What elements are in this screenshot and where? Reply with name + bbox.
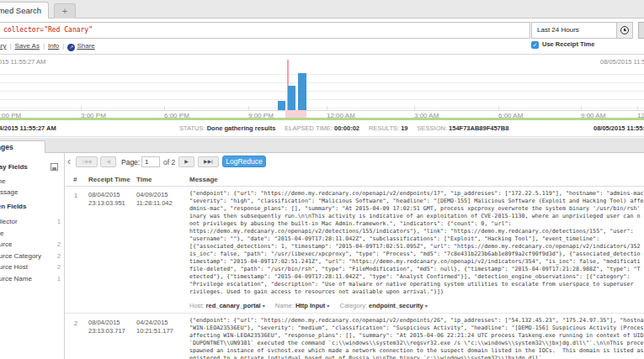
use-receipt-time-checkbox[interactable]: ✓ <box>531 41 539 49</box>
message-line: timestamp": "2015-04-09T17:02:51.241Z", … <box>189 258 644 266</box>
library-link[interactable]: Library <box>0 42 6 50</box>
axis-tick <box>81 106 82 111</box>
axis-tick <box>164 106 165 111</box>
histogram-end-time: 08/05/2015 11:55:27 AM <box>600 58 644 66</box>
status-start-time: 08/04/2015 11:55:27 AM <box>0 124 56 132</box>
message-text: {"endpoint": {"url": "https://demo.my.re… <box>189 190 644 296</box>
hidden-field-item[interactable]: Source <box>0 240 12 248</box>
message-line: {"endpoint": {"url": "https://demo.my.re… <box>189 190 644 198</box>
results-histogram: 08/04/2015 11:55:27 AM 08/05/2015 11:55:… <box>0 55 644 118</box>
host-value[interactable]: red_canary_portal <box>206 302 261 309</box>
axis-tick <box>637 106 638 111</box>
message-line: etected"}, {"timestamp": "2015-04-09T17:… <box>189 273 644 281</box>
clock-glyph <box>620 26 629 34</box>
status-end-time: 08/05/2015 11:55:27 AM <box>593 124 644 132</box>
message-line: file-deleted", "path": "/usr/bin/rsh", "… <box>189 266 644 273</box>
gridline <box>0 74 644 75</box>
host-label: Host: <box>189 302 205 309</box>
prev-page-button[interactable]: ◀ <box>100 156 116 167</box>
save-as-link[interactable]: Save As <box>15 42 40 50</box>
tab-unnamed-search[interactable]: Unnamed Search <box>0 2 49 18</box>
name-label: Name: <box>275 302 294 309</box>
save-fields-icon[interactable] <box>51 163 58 171</box>
search-query-input[interactable]: collector="Red Canary" <box>0 22 530 39</box>
field-count: 1 <box>57 219 61 224</box>
status-label: STATUS: <box>179 124 207 132</box>
status-label: SESSION: <box>418 124 450 132</box>
row-number: 2 <box>74 319 77 327</box>
display-fields-header: Display Fields <box>0 163 28 171</box>
next-page-button[interactable]: ▶ <box>178 156 194 167</box>
receipt-time-cell: 08/04/2015 23:13:03.951 <box>88 191 125 208</box>
tab-bar: Unnamed Search + <box>0 0 644 18</box>
hidden-fields-header: Hidden Fields <box>0 203 26 210</box>
hidden-field-item[interactable]: Source Category <box>0 252 41 260</box>
time-range-value: Last 24 Hours <box>537 23 579 38</box>
collapse-sidebar-button[interactable]: ‹ <box>67 156 71 167</box>
dropdown-caret-icon[interactable]: ▾ <box>327 304 329 309</box>
message-line: "Privilege escalation", "description": "… <box>189 281 644 288</box>
start-button-partial[interactable] <box>638 22 644 39</box>
share-icon[interactable]: ↗ <box>67 44 75 51</box>
clock-icon[interactable] <box>616 23 632 38</box>
action-links: Library|Save As|Info|↗Share <box>0 42 95 51</box>
page-number-input[interactable] <box>141 156 160 167</box>
hidden-field-item[interactable]: Source Name <box>0 275 32 282</box>
status-bar: 08/04/2015 11:55:27 AM STATUS: Done gath… <box>0 120 644 137</box>
link-separator: | <box>9 42 11 50</box>
link-separator: | <box>43 42 45 50</box>
hidden-field-item[interactable]: Source Host <box>0 263 28 271</box>
histogram-bar <box>278 101 285 110</box>
dropdown-caret-icon[interactable]: ▾ <box>425 304 428 309</box>
first-page-button[interactable]: |◀◀ <box>76 156 98 167</box>
query-text: collector="Red Canary" <box>3 23 93 38</box>
row-number: 1 <box>74 192 77 199</box>
gridline <box>0 99 644 100</box>
display-field-item[interactable]: Message <box>0 188 18 196</box>
time-range-select[interactable]: Last 24 Hours <box>531 22 633 39</box>
name-value[interactable]: Http Input <box>295 302 325 309</box>
status-value: 19 <box>401 124 407 132</box>
share-link[interactable]: Share <box>77 42 94 50</box>
field-count: 1 <box>57 276 61 282</box>
gridline <box>0 82 644 83</box>
use-receipt-time-label: Use Receipt Time <box>542 40 594 48</box>
logreduce-button[interactable]: LogReduce <box>222 156 266 167</box>
category-value[interactable]: endpoint_security <box>369 302 423 309</box>
col-header-message: Message <box>189 176 218 183</box>
message-text: {"endpoint": {"url": "https://demo.my.re… <box>189 317 644 359</box>
axis-tick <box>248 106 249 111</box>
message-line: inary was then subsequently run.\n\nThis… <box>189 213 644 220</box>
field-count: 2 <box>57 264 61 270</box>
hidden-field-item[interactable]: Collector <box>0 218 18 225</box>
x-axis <box>0 110 644 111</box>
message-line: spawned an instance of svchost.exe which… <box>189 347 644 355</box>
gridline <box>0 108 644 108</box>
gridline <box>0 91 644 92</box>
message-line: {"endpoint": {"url": "https://demo.my.re… <box>189 317 644 325</box>
page-label: Page: <box>121 158 140 166</box>
message-line: rivileges. Used to gain access to resour… <box>189 288 644 296</box>
new-tab-button[interactable]: + <box>54 3 76 18</box>
message-line: [{"associated_detections": 1, "timestamp… <box>189 243 644 251</box>
last-page-button[interactable]: ▶▶| <box>198 156 219 167</box>
category-label: Category: <box>339 302 367 309</box>
tab-messages[interactable]: Messages <box>0 140 45 154</box>
status-items: STATUS: Done gathering resultsELAPSED TI… <box>179 124 518 132</box>
info-link[interactable]: Info <box>48 42 59 50</box>
message-metadata: Host: red_canary_portal▾ Name: Http Inpu… <box>189 302 436 309</box>
status-value: 154F73AB89F457B8 <box>449 124 508 132</box>
axis-tick <box>414 106 415 111</box>
panel-tab-strip <box>0 138 644 153</box>
message-line: "severity": "high", "classification": "M… <box>189 198 644 205</box>
row-separator <box>65 313 644 314</box>
dropdown-caret-icon[interactable]: ▾ <box>263 304 265 309</box>
time-cell: 04/09/2015 11:28:11.042 <box>136 191 173 208</box>
message-line: is_ioc": false, "path": "/usr/libexec/xp… <box>189 251 644 258</box>
sidebar-border <box>64 153 65 359</box>
axis-tick <box>327 106 327 111</box>
hidden-field-item[interactable]: Size <box>0 230 4 237</box>
message-line: `DUPONTNET\\UN9381` executed the command… <box>189 340 644 347</box>
field-count: 2 <box>57 253 61 259</box>
display-field-item[interactable]: Time <box>0 177 5 185</box>
